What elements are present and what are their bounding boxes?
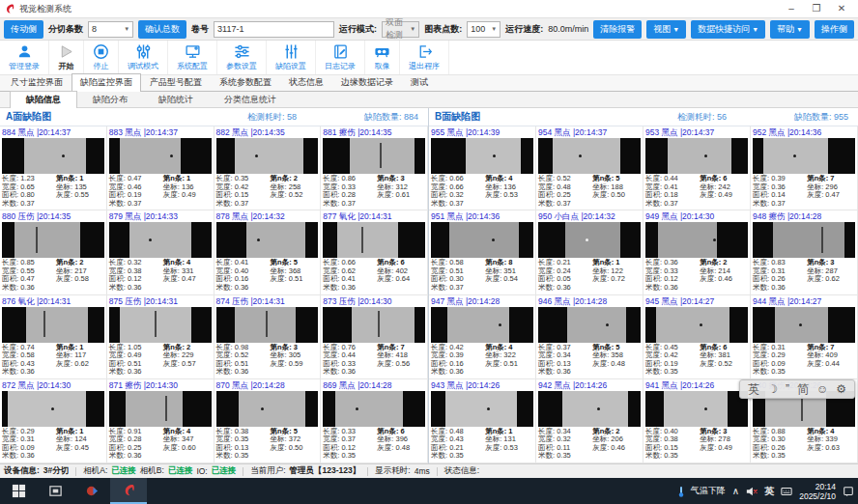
defect-image[interactable] (538, 222, 641, 258)
subtab-defect-stats[interactable]: 缺陷统计 (143, 92, 209, 108)
defect-cell[interactable]: 878 黑点 |20:14:32长度: 0.41第n条: 5宽度: 0.40坐标… (214, 210, 322, 294)
defect-cell[interactable]: 872 黑点 |20:14:30长度: 0.29第n条: 1宽度: 0.31坐标… (0, 379, 107, 463)
defect-image[interactable] (323, 138, 425, 174)
defect-cell[interactable]: 879 黑点 |20:14:33长度: 0.32第n条: 4宽度: 0.38坐标… (107, 210, 214, 294)
defect-cell[interactable]: 869 黑点 |20:14:28长度: 0.33第n条: 6宽度: 0.37坐标… (321, 379, 428, 463)
action-capture[interactable]: 取像 (365, 41, 400, 74)
defect-image[interactable] (323, 222, 425, 258)
action-stop[interactable]: 停止 (84, 41, 119, 74)
volume-muted-icon[interactable] (746, 486, 758, 497)
action-admin-login[interactable]: 管理登录 (0, 41, 49, 74)
tab-system-params[interactable]: 系统参数配置 (211, 73, 280, 91)
drive-side-button[interactable]: 传动侧 (4, 20, 43, 39)
defect-image[interactable] (216, 307, 319, 343)
chart-points-select[interactable]: 100▼ (467, 21, 500, 38)
defect-image[interactable] (109, 222, 212, 258)
taskbar-app-icon[interactable] (73, 478, 110, 504)
defect-cell[interactable]: 955 黑点 |20:14:39长度: 0.66第n条: 4宽度: 0.66坐标… (429, 126, 536, 210)
defect-cell[interactable]: 874 压伤 |20:14:31长度: 0.98第n条: 3宽度: 0.52坐标… (214, 295, 322, 379)
tab-product-config[interactable]: 产品型号配置 (141, 73, 211, 91)
language-indicator[interactable]: 英 (764, 485, 774, 498)
tab-status-info[interactable]: 状态信息 (280, 73, 332, 91)
tab-edge-data[interactable]: 边缘数据记录 (332, 73, 402, 91)
defect-cell[interactable]: 951 黑点 |20:14:36长度: 0.58第n条: 8宽度: 0.51坐标… (429, 210, 536, 294)
ime-emoji-icon[interactable]: ☺ (816, 382, 828, 396)
defect-image[interactable] (216, 222, 319, 258)
defect-cell[interactable]: 942 黑点 |20:14:26长度: 0.34第n条: 2宽度: 0.32坐标… (536, 379, 644, 463)
ime-lang-toggle[interactable]: 英 (748, 381, 759, 398)
defect-image[interactable] (323, 307, 425, 343)
defect-cell[interactable]: 873 压伤 |20:14:30长度: 0.76第n条: 7宽度: 0.44坐标… (321, 295, 428, 379)
defect-image[interactable] (645, 138, 748, 174)
defect-cell[interactable]: 944 黑点 |20:14:27长度: 0.31第n条: 7宽度: 0.29坐标… (751, 295, 858, 379)
ime-settings-gear-icon[interactable]: ⚙ (836, 382, 846, 396)
action-defect-settings[interactable]: 缺陷设置 (267, 41, 316, 74)
defect-cell[interactable]: 880 压伤 |20:14:35长度: 0.85第n条: 2宽度: 0.55坐标… (0, 210, 107, 294)
defect-image[interactable] (2, 222, 104, 258)
defect-image[interactable] (431, 138, 533, 174)
notification-icon[interactable] (843, 486, 854, 497)
defect-image[interactable] (431, 391, 533, 427)
minimize-button[interactable]: – (779, 1, 804, 16)
defect-cell[interactable]: 870 黑点 |20:14:28长度: 0.38第n条: 5宽度: 0.35坐标… (214, 379, 322, 463)
defect-image[interactable] (753, 307, 855, 343)
subtab-defect-distribution[interactable]: 缺陷分布 (77, 92, 143, 108)
defect-image[interactable] (216, 138, 319, 174)
defect-cell[interactable]: 882 黑点 |20:14:35长度: 0.35第n条: 2宽度: 0.42坐标… (214, 126, 322, 210)
confirm-total-button[interactable]: 确认总数 (138, 20, 186, 39)
defect-image[interactable] (2, 138, 104, 174)
defect-cell[interactable]: 946 黑点 |20:14:28长度: 0.37第n条: 5宽度: 0.34坐标… (536, 295, 644, 379)
defect-image[interactable] (431, 307, 533, 343)
tab-size-monitor[interactable]: 尺寸监控界面 (2, 73, 72, 91)
defect-cell[interactable]: 954 黑点 |20:14:37长度: 0.52第n条: 5宽度: 0.48坐标… (536, 126, 644, 210)
tray-expand-icon[interactable]: ∧ (732, 486, 739, 496)
defect-cell[interactable]: 871 擦伤 |20:14:30长度: 0.91第n条: 4宽度: 0.28坐标… (107, 379, 214, 463)
defect-image[interactable] (109, 138, 212, 174)
defect-image[interactable] (753, 138, 855, 174)
action-param-settings[interactable]: 参数设置 (217, 41, 267, 74)
defect-cell[interactable]: 950 小白点 |20:14:32长度: 0.21第n条: 1宽度: 0.24坐… (536, 210, 644, 294)
defect-cell[interactable]: 941 黑点 |20:14:26长度: 0.40第n条: 3宽度: 0.38坐标… (644, 379, 751, 463)
weather-widget[interactable]: 气温下降 (675, 485, 726, 497)
defect-cell[interactable]: 883 黑点 |20:14:37长度: 0.47第n条: 1宽度: 0.46坐标… (107, 126, 214, 210)
defect-cell[interactable]: 943 黑点 |20:14:26长度: 0.48第n条: 1宽度: 0.43坐标… (429, 379, 536, 463)
clear-alarm-button[interactable]: 清除报警 (593, 20, 642, 39)
defect-cell[interactable]: 875 压伤 |20:14:31长度: 1.05第n条: 2宽度: 0.49坐标… (107, 295, 214, 379)
ime-moon-icon[interactable]: ☽ (767, 382, 778, 396)
defect-image[interactable] (2, 307, 104, 343)
defect-image[interactable] (645, 307, 748, 343)
defect-cell[interactable]: 948 擦伤 |20:14:28长度: 0.83第n条: 3宽度: 0.31坐标… (751, 210, 858, 294)
taskbar-active-app-icon[interactable] (110, 478, 147, 504)
start-button[interactable] (0, 478, 37, 504)
defect-image[interactable] (109, 307, 212, 343)
subtab-class-info-stats[interactable]: 分类信息统计 (209, 92, 292, 108)
roll-number-input[interactable] (214, 21, 334, 38)
defect-cell[interactable]: 881 擦伤 |20:14:35长度: 0.86第n条: 3宽度: 0.33坐标… (321, 126, 428, 210)
subtab-defect-info[interactable]: 缺陷信息 (10, 91, 77, 109)
defect-image[interactable] (2, 391, 104, 427)
ime-punct-icon[interactable]: ” (786, 382, 789, 396)
defect-cell[interactable]: 877 氧化 |20:14:31长度: 0.66第n条: 6宽度: 0.62坐标… (321, 210, 428, 294)
task-view-button[interactable] (37, 478, 73, 504)
action-debug-mode[interactable]: 调试模式 (119, 41, 168, 74)
view-menu-button[interactable]: 视图▼ (646, 20, 686, 39)
run-mode-select[interactable]: 双面检测▼ (382, 21, 419, 38)
defect-cell[interactable]: 952 黑点 |20:14:36长度: 0.39第n条: 7宽度: 0.36坐标… (751, 126, 858, 210)
action-log-record[interactable]: 日志记录 (316, 41, 365, 74)
defect-cell[interactable]: 945 黑点 |20:14:27长度: 0.45第n条: 6宽度: 0.42坐标… (644, 295, 751, 379)
slit-count-select[interactable]: 8▼ (88, 21, 133, 38)
tab-defect-monitor[interactable]: 缺陷监控界面 (72, 73, 141, 92)
defect-image[interactable] (645, 391, 748, 427)
defect-image[interactable] (538, 391, 641, 427)
ime-keyboard-icon[interactable] (781, 486, 792, 497)
defect-cell[interactable]: 947 黑点 |20:14:28长度: 0.42第n条: 4宽度: 0.39坐标… (429, 295, 536, 379)
defect-cell[interactable]: 949 黑点 |20:14:30长度: 0.36第n条: 2宽度: 0.33坐标… (644, 210, 751, 294)
tab-test[interactable]: 测试 (402, 73, 437, 91)
action-system-config[interactable]: 系统配置 (168, 41, 217, 74)
defect-cell[interactable]: 884 黑点 |20:14:37长度: 1.23第n条: 1宽度: 0.65坐标… (0, 126, 107, 210)
defect-image[interactable] (753, 222, 855, 258)
ime-toolbar[interactable]: 英☽”简☺⚙ (739, 379, 855, 399)
defect-image[interactable] (216, 391, 319, 427)
help-menu-button[interactable]: 帮助▼ (770, 20, 810, 39)
defect-cell[interactable]: 876 氧化 |20:14:31长度: 0.74第n条: 1宽度: 0.58坐标… (0, 295, 107, 379)
